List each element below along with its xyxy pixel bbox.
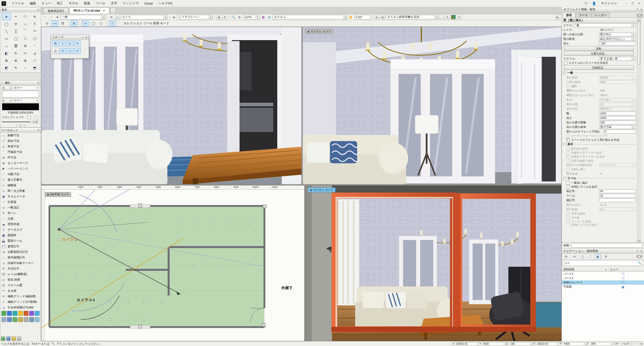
object-name-field[interactable] <box>571 243 642 248</box>
toolset-item-grid-number[interactable]: ⌗通り芯番号 <box>0 177 41 182</box>
tool-mirror[interactable]: ◧ <box>2 49 11 57</box>
tool-rounded-rect[interactable]: ▢ <box>11 35 20 42</box>
toolset-item-dim-circle[interactable]: ⊘円寸法 <box>0 155 41 160</box>
detail-settings-button[interactable]: 詳細設定... <box>564 65 634 70</box>
statusbar-overflow-icon[interactable]: ▶ <box>641 342 643 345</box>
menu-text[interactable]: 文字 <box>108 0 120 7</box>
toolset-item-hyperlink[interactable]: ☛ハイパーリンク <box>0 166 41 171</box>
nav-search-input[interactable]: 検索 🔍 <box>563 260 643 266</box>
tool-direct-select[interactable]: ⌖ <box>11 13 20 20</box>
tool-tape[interactable]: ─ <box>21 64 30 71</box>
toolset-item-sheet-border[interactable]: ▣図面枠 <box>0 232 41 238</box>
toolset-item-data-tag[interactable]: ⬦データタグ <box>0 227 41 232</box>
new-tab-stub[interactable] <box>110 8 116 14</box>
snap-intersection-icon[interactable]: ✛ <box>74 40 81 46</box>
toolset-group-icon[interactable] <box>29 317 34 322</box>
back-icon[interactable]: ⇦ <box>43 15 48 19</box>
tab-close-icon[interactable]: ✕ <box>103 9 105 12</box>
toolset-group-icon[interactable] <box>18 311 23 316</box>
toolset-item-north-arrow[interactable]: ✛方位記号 <box>0 266 41 271</box>
height-field[interactable]: -150 <box>599 42 636 45</box>
tool-zoom[interactable]: ◯ <box>2 20 11 28</box>
toolset-item-drawing-label[interactable]: ⬓図面ラベル <box>0 238 41 244</box>
toolset-group-icon[interactable] <box>18 317 23 322</box>
close-icon[interactable]: ✕ <box>640 8 642 11</box>
tool-walkthrough[interactable]: ⌂ <box>21 20 30 28</box>
menu-modify[interactable]: 加工 <box>54 0 66 7</box>
pen-color-dropdown[interactable]: カラー▼ <box>13 98 39 102</box>
tool-polygon[interactable]: ⬠ <box>30 35 39 42</box>
tool-split[interactable]: ⊿ <box>30 49 39 57</box>
tool-spiral[interactable]: ➰ <box>11 42 20 49</box>
tool-fillet[interactable]: ◜ <box>30 42 39 49</box>
tab-shape[interactable]: 形状 <box>563 13 575 18</box>
user-icon[interactable]: 👤 <box>592 2 596 6</box>
prefix-field[interactable]: W- <box>599 189 636 193</box>
height-base-dropdown[interactable]: 窓の下端▼ <box>599 125 636 129</box>
menu-model[interactable]: モデル <box>66 0 81 7</box>
close-icon[interactable]: ✕ <box>38 129 40 131</box>
dock-palette-icon[interactable] <box>17 336 21 341</box>
sign-in-button[interactable]: サインイン <box>598 0 620 7</box>
viewbar-overflow-icon[interactable]: ▶ <box>555 15 560 19</box>
toolset-item-slope-dim[interactable]: ⟋勾配寸法 <box>0 171 41 177</box>
toolset-group-icon[interactable] <box>2 311 6 316</box>
nav-saved-views-icon[interactable]: ◉ <box>595 254 601 259</box>
column-saved-view[interactable]: 登録画面▲ <box>562 268 608 271</box>
toolset-item-curvometer[interactable]: ◉キルビメータ <box>0 194 41 199</box>
dock-palette-icon[interactable] <box>12 336 16 341</box>
drop-shadow-checkbox[interactable] <box>27 116 31 119</box>
snap-distance-icon[interactable]: D <box>52 48 59 54</box>
close-icon[interactable]: ✕ <box>85 36 87 39</box>
basic-palette-header[interactable]: 基本 ✕ <box>0 7 41 12</box>
pin-icon[interactable]: ⊹ <box>2 82 4 84</box>
toolset-item-detail-marker[interactable]: ↘詳細引出線マーカー <box>0 260 41 266</box>
menu-architect[interactable]: 建築 <box>81 0 93 7</box>
set-position-button[interactable]: 位置を設定... <box>564 51 634 56</box>
toolset-item-polar-grid[interactable]: ✳補助グリッド(極座標) <box>0 294 41 299</box>
notification-icon[interactable]: 🗨 <box>584 2 588 6</box>
toolset-item-room-name[interactable]: ▭室名-簡易 <box>0 277 41 282</box>
tool-attribute-map[interactable]: ◩ <box>2 64 11 71</box>
toolset-group-icon[interactable] <box>2 317 6 322</box>
tool-double-line[interactable]: ║ <box>11 28 20 35</box>
saved-view-dropdown[interactable]: カスタム▼ <box>273 15 347 19</box>
zoom-level-dropdown[interactable]: 147%▼ <box>243 15 260 19</box>
height-adjust-field[interactable]: 100 <box>599 121 636 124</box>
projection-dropdown[interactable]: カスタム投影距離を設定...▼ <box>386 15 438 19</box>
menu-cloud[interactable]: Cloud <box>142 0 156 7</box>
window-minimize-icon[interactable]: – <box>623 1 629 6</box>
object-info-header[interactable]: オブジェクト情報 - 形状 ? ✕ <box>562 7 644 12</box>
tool-line[interactable]: ╲ <box>2 28 11 35</box>
nav-layers-icon[interactable]: ≋ <box>571 254 577 259</box>
snap-tangent-icon[interactable]: ◇ <box>67 48 73 54</box>
tool-stamp[interactable]: ⬒ <box>30 64 39 71</box>
toolset-item-centermark[interactable]: ⊕センターマーク <box>0 160 41 166</box>
tool-offset[interactable]: ⧉ <box>21 42 30 49</box>
toolset-group-icon[interactable] <box>24 317 28 322</box>
attributes-palette-header[interactable]: ⊹ 属性 ✕ <box>0 81 41 85</box>
class-dropdown[interactable]: 一般▼ <box>573 23 636 27</box>
toolset-group-icon[interactable] <box>29 311 34 316</box>
viewport-bottom-left[interactable]: 1000 2000 3000 4000 5000 6000 7000 8000 … <box>41 185 304 341</box>
nav-classes-icon[interactable]: ✣ <box>563 254 569 259</box>
nav-references-icon[interactable]: ⟳ <box>603 254 609 259</box>
visibility-menu-icon[interactable]: ▼ <box>222 15 227 19</box>
menu-view[interactable]: ビュー <box>39 0 54 7</box>
mode-rectangle-marquee-icon[interactable]: ▭ <box>82 20 89 26</box>
mode-interactive-multi-icon[interactable]: ⛓ <box>59 20 66 26</box>
toolset-item-dim-angle[interactable]: ∠角度寸法 <box>0 144 41 149</box>
tab-render[interactable]: レンダー <box>592 13 610 18</box>
tool-extract[interactable]: ⤢ <box>30 57 39 64</box>
tool-combine[interactable]: ⊕ <box>11 57 20 64</box>
tool-polyline[interactable]: ⌓ <box>2 42 11 49</box>
rotation-angle-field[interactable]: 0.00° <box>354 15 371 19</box>
dock-palette-icon[interactable] <box>1 336 5 341</box>
object-info-scrollbar[interactable]: ▲ ▼ <box>637 18 641 242</box>
window-height-field[interactable]: 2000 <box>599 116 636 120</box>
toolset-item-callout[interactable]: ▭一般注記 <box>0 205 41 210</box>
snap-edge-icon[interactable]: ⊙ <box>59 48 66 54</box>
mode-wall-insert-icon[interactable]: ⌼ <box>109 20 116 26</box>
nav-sheets-icon[interactable]: ▢ <box>580 254 586 259</box>
help-icon[interactable]: ? <box>636 8 638 11</box>
